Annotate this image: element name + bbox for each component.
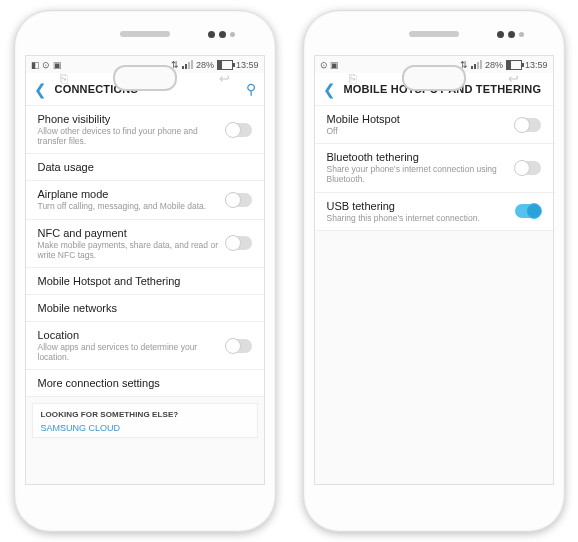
back-key[interactable]: ↩ [508, 71, 519, 86]
row-title: Data usage [38, 161, 252, 173]
settings-row[interactable]: LocationAllow apps and services to deter… [26, 322, 264, 370]
settings-list: Mobile HotspotOffBluetooth tetheringShar… [315, 106, 553, 484]
recents-key[interactable]: ⎘ [60, 71, 68, 86]
phone-bezel-top [304, 11, 564, 55]
settings-row[interactable]: Bluetooth tetheringShare your phone's in… [315, 144, 553, 192]
row-title: Mobile Hotspot [327, 113, 515, 125]
row-subtitle: Turn off calling, messaging, and Mobile … [38, 201, 226, 211]
toggle-switch[interactable] [226, 339, 252, 353]
settings-row[interactable]: Mobile HotspotOff [315, 106, 553, 144]
row-title: Location [38, 329, 226, 341]
back-key[interactable]: ↩ [219, 71, 230, 86]
row-title: Mobile Hotspot and Tethering [38, 275, 252, 287]
screen-right: ⊙ ▣ ⇅ 28% 13:59 ❮ MOBILE HOTSPOT AND TET… [314, 55, 554, 485]
settings-row[interactable]: Mobile Hotspot and Tethering [26, 268, 264, 295]
toggle-switch[interactable] [515, 118, 541, 132]
phone-bezel-bottom: ⎘ ↩ [15, 55, 275, 101]
row-subtitle: Sharing this phone's internet connection… [327, 213, 515, 223]
screen-left: ◧ ⊙ ▣ ⇅ 28% 13:59 ❮ CONNECTIONS ⚲ Phone … [25, 55, 265, 485]
settings-row[interactable]: More connection settings [26, 370, 264, 397]
row-subtitle: Off [327, 126, 515, 136]
home-button[interactable] [113, 65, 177, 91]
toggle-switch[interactable] [515, 204, 541, 218]
phone-left: ◧ ⊙ ▣ ⇅ 28% 13:59 ❮ CONNECTIONS ⚲ Phone … [14, 10, 276, 532]
settings-row[interactable]: Data usage [26, 154, 264, 181]
settings-row[interactable]: USB tetheringSharing this phone's intern… [315, 193, 553, 231]
footer-title: LOOKING FOR SOMETHING ELSE? [41, 410, 249, 419]
footer-link[interactable]: SAMSUNG CLOUD [41, 423, 249, 433]
toggle-switch[interactable] [226, 123, 252, 137]
row-title: More connection settings [38, 377, 252, 389]
phone-bezel-bottom: ⎘ ↩ [304, 55, 564, 101]
toggle-switch[interactable] [226, 236, 252, 250]
settings-row[interactable]: Phone visibilityAllow other devices to f… [26, 106, 264, 154]
recents-key[interactable]: ⎘ [349, 71, 357, 86]
settings-row[interactable]: Airplane modeTurn off calling, messaging… [26, 181, 264, 219]
row-title: Phone visibility [38, 113, 226, 125]
settings-list: Phone visibilityAllow other devices to f… [26, 106, 264, 484]
toggle-switch[interactable] [226, 193, 252, 207]
phone-bezel-top [15, 11, 275, 55]
home-button[interactable] [402, 65, 466, 91]
settings-row[interactable]: NFC and paymentMake mobile payments, sha… [26, 220, 264, 268]
settings-row[interactable]: Mobile networks [26, 295, 264, 322]
row-title: Airplane mode [38, 188, 226, 200]
row-title: USB tethering [327, 200, 515, 212]
row-subtitle: Allow apps and services to determine you… [38, 342, 226, 362]
toggle-switch[interactable] [515, 161, 541, 175]
phone-right: ⊙ ▣ ⇅ 28% 13:59 ❮ MOBILE HOTSPOT AND TET… [303, 10, 565, 532]
row-subtitle: Make mobile payments, share data, and re… [38, 240, 226, 260]
row-subtitle: Allow other devices to find your phone a… [38, 126, 226, 146]
row-title: Mobile networks [38, 302, 252, 314]
footer-card: LOOKING FOR SOMETHING ELSE?SAMSUNG CLOUD [32, 403, 258, 438]
row-subtitle: Share your phone's internet connection u… [327, 164, 515, 184]
row-title: NFC and payment [38, 227, 226, 239]
row-title: Bluetooth tethering [327, 151, 515, 163]
